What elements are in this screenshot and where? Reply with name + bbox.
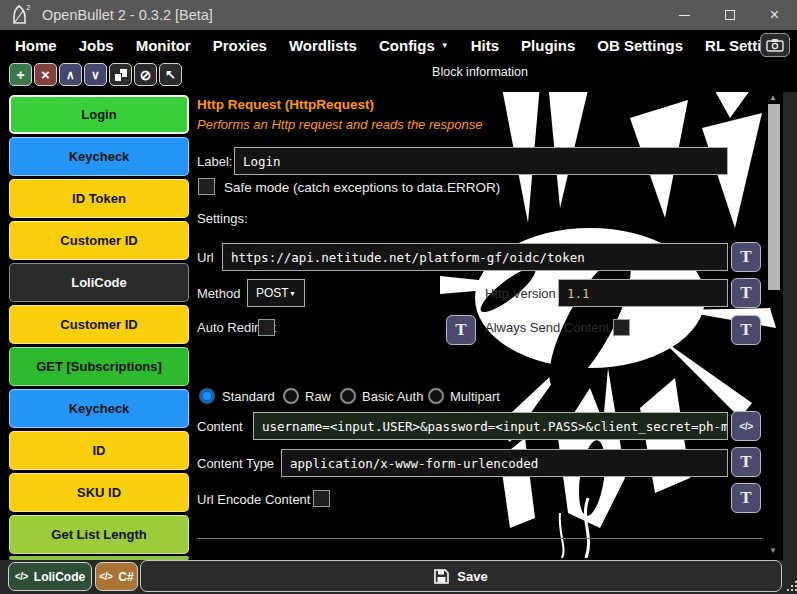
close-button[interactable]: × [752, 0, 797, 30]
content-input[interactable]: username=<input.USER>&password=<input.PA… [253, 412, 728, 440]
url-label: Url [197, 243, 214, 271]
copy-icon [115, 69, 127, 81]
tab-lolicode[interactable]: </> LoliCode [8, 562, 92, 591]
variable-mode-icon: T [740, 488, 751, 508]
stack-block-id[interactable]: ID [9, 431, 189, 470]
camera-icon [766, 38, 784, 52]
move-block-up-button[interactable]: ∧ [59, 63, 82, 86]
auto-redirect-checkbox[interactable] [258, 319, 275, 336]
stack-block-get-list-length[interactable]: Get List Length [9, 515, 189, 554]
variable-mode-icon: T [740, 283, 751, 303]
code-icon: </> [99, 571, 112, 582]
stack-block-customer-id-2[interactable]: Customer ID [9, 305, 189, 344]
auto-redirect-variable-button[interactable]: T [446, 315, 476, 345]
url-encode-label: Url Encode Content [197, 485, 310, 513]
stack-block-lolicode[interactable]: LoliCode [9, 263, 189, 302]
menu-jobs[interactable]: Jobs [68, 30, 125, 60]
settings-label: Settings: [197, 204, 248, 232]
disable-block-button[interactable]: ⊘ [134, 63, 157, 86]
maximize-button[interactable] [707, 0, 752, 30]
menu-home[interactable]: Home [4, 30, 68, 60]
variable-mode-icon: T [740, 452, 751, 472]
method-select[interactable]: POST ▼ [247, 279, 305, 307]
stack-block-login[interactable]: Login [9, 95, 189, 134]
chevron-down-icon: ∨ [91, 68, 100, 82]
scroll-down-icon[interactable]: ▼ [769, 546, 777, 555]
screenshot-button[interactable] [760, 33, 790, 57]
save-button[interactable]: Save [140, 560, 782, 592]
svg-text:2: 2 [26, 3, 31, 12]
url-variable-button[interactable]: T [731, 242, 761, 272]
content-code-button[interactable]: </> [731, 411, 761, 441]
menu-wordlists[interactable]: Wordlists [278, 30, 368, 60]
openbullet-window: 2 OpenBullet 2 - 0.3.2 [Beta] × Home Job… [0, 0, 797, 594]
always-send-content-checkbox[interactable] [613, 319, 630, 336]
radio-basic-auth-label: Basic Auth [362, 382, 423, 410]
radio-raw[interactable] [283, 388, 299, 404]
content-type-variable-button[interactable]: T [731, 447, 761, 477]
menu-proxies[interactable]: Proxies [202, 30, 278, 60]
resize-grip[interactable] [787, 589, 789, 591]
radio-multipart[interactable] [428, 388, 444, 404]
variable-mode-icon: T [740, 247, 751, 267]
delete-block-button[interactable]: × [34, 63, 57, 86]
minimize-button[interactable] [662, 0, 707, 30]
vertical-scrollbar[interactable]: ▲ ▼ [766, 93, 783, 555]
variable-mode-icon: T [455, 320, 466, 340]
label-field-label: Label: [197, 147, 232, 175]
scrollbar-thumb[interactable] [768, 104, 780, 290]
undo-button[interactable]: ↖ [159, 63, 182, 86]
method-value: POST [256, 286, 289, 300]
chevron-down-icon: ▼ [289, 290, 296, 297]
stack-block-get-subscriptions[interactable]: GET [Subscriptions] [9, 347, 189, 386]
content-type-label: Content Type [197, 449, 274, 477]
radio-basic-auth[interactable] [340, 388, 356, 404]
chevron-down-icon: ▼ [441, 41, 449, 50]
stack-block-sku-id[interactable]: SKU ID [9, 473, 189, 512]
menu-configs-label: Configs [379, 37, 435, 54]
variable-mode-icon: T [740, 320, 751, 340]
menu-monitor[interactable]: Monitor [125, 30, 202, 60]
radio-standard[interactable] [199, 388, 215, 404]
stack-block-keycheck-1[interactable]: Keycheck [9, 137, 189, 176]
stack-block-id-token[interactable]: ID Token [9, 179, 189, 218]
add-block-button[interactable]: + [9, 63, 32, 86]
divider [197, 538, 763, 539]
url-encode-checkbox[interactable] [313, 490, 330, 507]
title-bar: 2 OpenBullet 2 - 0.3.2 [Beta] × [0, 0, 797, 30]
http-version-label: Http Version [485, 279, 556, 307]
stack-block-customer-id-1[interactable]: Customer ID [9, 221, 189, 260]
radio-multipart-label: Multipart [450, 382, 500, 410]
menu-hits[interactable]: Hits [460, 30, 510, 60]
content-type-input[interactable]: application/x-www-form-urlencoded [281, 449, 728, 477]
menu-ob-settings[interactable]: OB Settings [586, 30, 694, 60]
right-edge-strip [783, 60, 797, 594]
window-title: OpenBullet 2 - 0.3.2 [Beta] [42, 7, 213, 23]
url-input[interactable]: https://api.netitude.net/platform-gf/oid… [222, 243, 728, 271]
undo-arrow-icon: ↖ [165, 67, 176, 82]
save-icon [434, 569, 449, 584]
url-encode-variable-button[interactable]: T [731, 483, 761, 513]
menu-bar: Home Jobs Monitor Proxies Wordlists Conf… [0, 30, 797, 60]
save-label: Save [457, 569, 487, 584]
chevron-up-icon: ∧ [66, 68, 75, 82]
label-input[interactable]: Login [234, 147, 728, 175]
close-icon: × [770, 6, 779, 24]
tab-lolicode-label: LoliCode [34, 570, 85, 584]
tab-csharp-label: C# [118, 570, 133, 584]
always-send-content-label: Always Send Content [485, 313, 609, 341]
app-logo-icon: 2 [10, 3, 32, 27]
menu-configs[interactable]: Configs▼ [368, 30, 460, 60]
scroll-up-icon[interactable]: ▲ [769, 93, 777, 102]
move-block-down-button[interactable]: ∨ [84, 63, 107, 86]
stack-block-keycheck-2[interactable]: Keycheck [9, 389, 189, 428]
clone-block-button[interactable] [109, 63, 132, 86]
menu-plugins[interactable]: Plugins [510, 30, 586, 60]
safe-mode-checkbox[interactable] [198, 178, 215, 195]
always-send-content-variable-button[interactable]: T [731, 315, 761, 345]
tab-csharp[interactable]: </> C# [95, 562, 138, 591]
radio-raw-label: Raw [305, 382, 331, 410]
http-version-input[interactable]: 1.1 [558, 279, 728, 307]
http-version-variable-button[interactable]: T [731, 278, 761, 308]
minimize-icon [679, 15, 690, 16]
